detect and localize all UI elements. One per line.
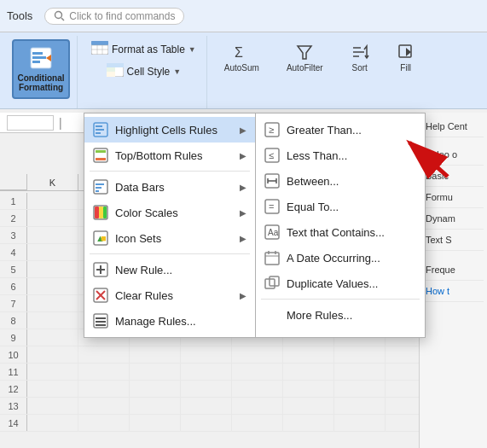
format-table-group: Format as Table ▼ Cell Style ▼ [81,36,207,108]
clear-rules-icon [93,288,108,303]
cell[interactable] [27,193,78,210]
cell[interactable] [232,415,283,432]
cell[interactable] [334,364,386,381]
cell[interactable] [27,381,78,398]
menu-item-icon-sets[interactable]: ▲■ Icon Sets ▶ [84,225,255,251]
row-num: 6 [0,278,27,294]
sort-button[interactable]: Sort [344,39,376,76]
cell[interactable] [283,346,334,364]
cell[interactable] [181,346,232,364]
cell[interactable] [27,210,78,227]
cell[interactable] [181,415,232,432]
svg-rect-4 [32,56,46,59]
cell[interactable] [283,364,334,381]
cell[interactable] [78,346,130,364]
menu-item-more-rules[interactable]: More Rules... [256,302,425,328]
autofilter-icon [295,43,314,61]
cell[interactable] [27,415,78,432]
cell[interactable] [78,415,130,432]
tools-label[interactable]: Tools [7,9,32,22]
fill-button[interactable]: Fill [390,39,422,76]
function-group: Σ AutoSum AutoFilter Sort Fill [211,36,429,108]
new-rule-label: New Rule... [115,264,172,276]
row-num: 4 [0,244,27,260]
cell-style-label: Cell Style [127,66,171,78]
cell[interactable] [334,415,386,432]
greater-than-icon: ≥ [264,122,280,137]
menu-item-new-rule[interactable]: New Rule... [84,257,255,282]
dropdown-container: Highlight Cells Rules ▶ Top/Bottom Rules… [84,113,426,338]
svg-line-1 [61,18,64,20]
cell[interactable] [283,381,334,398]
cell[interactable] [181,364,232,381]
cell[interactable] [334,346,386,364]
conditional-formatting-button[interactable]: Conditional Formatting [12,39,70,99]
cell[interactable] [27,312,78,329]
text-contains-icon: Aa [264,224,280,240]
cell[interactable] [78,364,130,381]
autosum-button[interactable]: Σ AutoSum [217,39,266,76]
cell[interactable] [78,381,130,398]
autofilter-button[interactable]: AutoFilter [280,39,330,76]
cell[interactable] [27,398,78,415]
cell[interactable] [27,346,78,364]
table-row: 13 [0,398,419,415]
cell[interactable] [27,278,78,295]
cell[interactable] [232,346,283,364]
menu-item-text-contains[interactable]: Aa Text that Contains... [256,219,425,245]
row-num: 10 [0,346,27,363]
cell[interactable] [27,329,78,346]
cell[interactable] [232,364,283,381]
menu-item-top-bottom[interactable]: Top/Bottom Rules ▶ [84,143,255,168]
highlight-cells-icon [93,122,108,137]
menu-item-manage-rules[interactable]: Manage Rules... [84,308,255,334]
data-bars-label: Data Bars [115,181,165,194]
cell[interactable] [283,398,334,415]
menu-item-data-bars[interactable]: Data Bars ▶ [84,174,255,200]
search-bar[interactable]: Click to find commands [44,8,184,25]
name-box[interactable] [7,115,54,131]
cell[interactable] [334,398,386,415]
menu-item-duplicate-values[interactable]: Duplicate Values... [256,271,425,296]
cell[interactable] [130,346,181,364]
svg-rect-38 [103,207,107,218]
svg-rect-16 [107,72,115,77]
row-num: 3 [0,227,27,243]
menu-item-clear-rules[interactable]: Clear Rules ▶ [84,282,255,308]
cell[interactable] [232,398,283,415]
cell-style-button[interactable]: Cell Style ▼ [103,61,185,81]
cell[interactable] [130,398,181,415]
svg-rect-5 [32,61,40,63]
cell[interactable] [27,227,78,244]
cell[interactable] [78,398,130,415]
cell[interactable] [27,295,78,312]
table-row: 14 [0,415,419,432]
cell[interactable] [181,381,232,398]
menu-item-equal-to[interactable]: = Equal To... [256,194,425,219]
cell[interactable] [130,381,181,398]
how-link[interactable]: How t [423,281,484,302]
menu-item-highlight-cells[interactable]: Highlight Cells Rules ▶ [84,117,255,143]
row-num: 14 [0,415,27,431]
svg-rect-51 [96,324,106,326]
date-occurring-label: A Date Occurring... [287,252,380,265]
cell[interactable] [232,381,283,398]
cell[interactable] [27,364,78,381]
format-as-table-button[interactable]: Format as Table ▼ [88,39,200,59]
menu-item-date-occurring[interactable]: A Date Occurring... [256,245,425,271]
row-num: 11 [0,364,27,380]
cell[interactable] [334,381,386,398]
cell[interactable] [181,398,232,415]
cell[interactable] [130,364,181,381]
red-arrow-indicator [392,130,461,181]
manage-rules-icon [93,313,108,329]
svg-marker-18 [298,46,311,59]
cell[interactable] [27,244,78,261]
cell[interactable] [130,415,181,432]
menu-item-color-scales[interactable]: Color Scales ▶ [84,200,255,225]
cell[interactable] [27,261,78,278]
format-table-dropdown-icon: ▼ [188,45,196,54]
svg-text:Σ: Σ [235,45,243,60]
cell[interactable] [283,415,334,432]
manage-rules-label: Manage Rules... [115,315,196,328]
